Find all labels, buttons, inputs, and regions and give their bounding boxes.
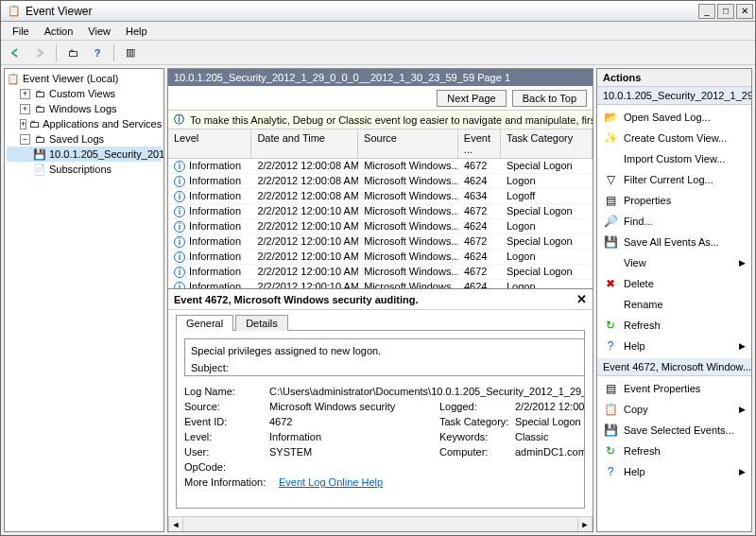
action-filter-current-log[interactable]: ▽Filter Current Log...	[597, 169, 751, 190]
tree-subscriptions[interactable]: 📄 Subscriptions	[7, 162, 162, 177]
event-row[interactable]: iInformation2/2/2012 12:00:10 AMMicrosof…	[168, 234, 593, 250]
action-delete[interactable]: ✖Delete	[597, 273, 751, 294]
action-refresh[interactable]: ↻Refresh	[597, 441, 751, 461]
tree-windows-logs[interactable]: + 🗀 Windows Logs	[7, 101, 162, 116]
event-row[interactable]: iInformation2/2/2012 12:00:08 AMMicrosof…	[168, 189, 593, 204]
expand-icon[interactable]: +	[20, 89, 30, 99]
folder-icon: 🗀	[33, 102, 46, 115]
navigation-tree[interactable]: 📋 Event Viewer (Local) + 🗀 Custom Views …	[5, 69, 163, 531]
action-help[interactable]: ?Help▶	[597, 461, 751, 482]
toolbar-separator	[113, 44, 114, 61]
scroll-left-icon[interactable]: ◄	[168, 517, 183, 531]
menu-view[interactable]: View	[80, 24, 118, 39]
actions-list-log: 📂Open Saved Log...✨Create Custom View...…	[597, 105, 751, 358]
action-import-custom-view[interactable]: Import Custom View...	[597, 148, 751, 169]
action-label: Filter Current Log...	[624, 174, 713, 185]
expand-icon[interactable]: +	[20, 104, 30, 114]
forward-button[interactable]	[29, 43, 50, 63]
detail-title: Event 4672, Microsoft Windows security a…	[174, 294, 418, 305]
action-label: Import Custom View...	[624, 153, 725, 164]
col-level[interactable]: Level	[168, 130, 251, 158]
action-label: Open Saved Log...	[624, 112, 711, 123]
close-button[interactable]: ✕	[736, 4, 753, 19]
action-find[interactable]: 🔎Find...	[597, 211, 751, 232]
minimize-button[interactable]: _	[698, 4, 715, 19]
tree-saved-logs[interactable]: − 🗀 Saved Logs	[7, 131, 162, 147]
back-button[interactable]	[5, 43, 26, 63]
prop-keywords: Classic	[515, 431, 585, 442]
event-log-help-link[interactable]: Event Log Online Help	[279, 476, 383, 488]
grid-header[interactable]: Level Date and Time Source Event ... Tas…	[168, 130, 593, 159]
scroll-right-icon[interactable]: ►	[577, 517, 593, 531]
expand-icon[interactable]: +	[20, 119, 26, 130]
action-create-custom-view[interactable]: ✨Create Custom View...	[597, 128, 751, 148]
show-hide-tree-button[interactable]: 🗀	[62, 43, 83, 63]
menu-file[interactable]: File	[5, 24, 37, 39]
info-icon: i	[174, 206, 185, 217]
refresh-toolbar-button[interactable]: ▥	[120, 43, 141, 63]
action-icon: 📂	[603, 110, 618, 125]
maximize-button[interactable]: □	[717, 4, 734, 19]
tree-custom-views[interactable]: + 🗀 Custom Views	[7, 86, 162, 101]
tab-general[interactable]: General	[176, 315, 233, 331]
toolbar: 🗀 ? ▥	[1, 41, 755, 65]
events-panel: 10.0.1.205_Security_2012_1_29_0_0_0__201…	[167, 68, 593, 532]
folder-icon: 🗀	[33, 87, 46, 100]
action-properties[interactable]: ▤Properties	[597, 190, 751, 211]
action-refresh[interactable]: ↻Refresh	[597, 315, 751, 336]
prop-user: SYSTEM	[269, 446, 439, 458]
event-detail-pane: Event 4672, Microsoft Windows security a…	[168, 288, 593, 531]
event-message: Special privileges assigned to new logon…	[184, 338, 585, 376]
window-title: Event Viewer	[26, 5, 696, 18]
action-view[interactable]: View▶	[597, 252, 751, 273]
event-row[interactable]: iInformation2/2/2012 12:00:10 AMMicrosof…	[168, 265, 593, 280]
actions-section-event[interactable]: Event 4672, Microsoft Window... ▲	[597, 358, 751, 376]
event-row[interactable]: iInformation2/2/2012 12:00:10 AMMicrosof…	[168, 219, 593, 234]
tree-applications-services[interactable]: + 🗀 Applications and Services Lo	[7, 116, 162, 131]
detail-close-button[interactable]: ✕	[576, 292, 587, 306]
action-help[interactable]: ?Help▶	[597, 336, 751, 356]
info-icon: i	[174, 282, 185, 288]
prop-taskcat: Special Logon	[515, 416, 585, 427]
action-save-all-events-as[interactable]: 💾Save All Events As...	[597, 232, 751, 252]
menu-action[interactable]: Action	[37, 24, 81, 39]
action-label: Help	[624, 340, 645, 352]
next-page-button[interactable]: Next Page	[437, 90, 506, 107]
titlebar[interactable]: 📋 Event Viewer _ □ ✕	[1, 1, 755, 22]
action-save-selected-events[interactable]: 💾Save Selected Events...	[597, 420, 751, 441]
action-event-properties[interactable]: ▤Event Properties	[597, 378, 751, 399]
col-source[interactable]: Source	[358, 130, 458, 158]
action-label: Refresh	[624, 320, 661, 331]
detail-header: Event 4672, Microsoft Windows security a…	[168, 289, 593, 310]
tab-details[interactable]: Details	[235, 315, 288, 331]
action-label: Delete	[624, 278, 654, 289]
col-datetime[interactable]: Date and Time	[251, 130, 358, 158]
app-window: 📋 Event Viewer _ □ ✕ File Action View He…	[0, 0, 756, 536]
col-taskcat[interactable]: Task Category	[501, 130, 593, 158]
action-icon: ↻	[603, 443, 618, 458]
collapse-icon[interactable]: −	[20, 134, 30, 145]
help-toolbar-button[interactable]: ?	[87, 43, 108, 63]
event-row[interactable]: iInformation2/2/2012 12:00:08 AMMicrosof…	[168, 159, 593, 174]
info-icon: i	[174, 251, 185, 263]
event-row[interactable]: iInformation2/2/2012 12:00:08 AMMicrosof…	[168, 174, 593, 189]
tree-saved-log-item[interactable]: 💾 10.0.1.205_Security_2012_	[7, 147, 162, 162]
event-row[interactable]: iInformation2/2/2012 12:00:10 AMMicrosof…	[168, 250, 593, 265]
action-copy[interactable]: 📋Copy▶	[597, 399, 751, 420]
actions-section-log[interactable]: 10.0.1.205_Security_2012_1_29_... ▲	[597, 87, 751, 105]
menu-help[interactable]: Help	[118, 24, 155, 39]
grid-body[interactable]: iInformation2/2/2012 12:00:08 AMMicrosof…	[168, 159, 593, 288]
submenu-arrow-icon: ▶	[739, 258, 746, 268]
action-open-saved-log[interactable]: 📂Open Saved Log...	[597, 107, 751, 128]
event-row[interactable]: iInformation2/2/2012 12:00:10 AMMicrosof…	[168, 280, 593, 288]
action-label: Properties	[624, 195, 671, 206]
events-grid[interactable]: Level Date and Time Source Event ... Tas…	[168, 130, 593, 288]
prop-opcode	[269, 461, 439, 473]
action-icon	[603, 255, 618, 270]
detail-hscroll[interactable]: ◄ ►	[168, 516, 593, 531]
tree-root[interactable]: 📋 Event Viewer (Local)	[7, 71, 162, 86]
event-row[interactable]: iInformation2/2/2012 12:00:10 AMMicrosof…	[168, 204, 593, 219]
col-eventid[interactable]: Event ...	[458, 130, 501, 158]
back-to-top-button[interactable]: Back to Top	[512, 90, 587, 107]
action-rename[interactable]: Rename	[597, 294, 751, 315]
